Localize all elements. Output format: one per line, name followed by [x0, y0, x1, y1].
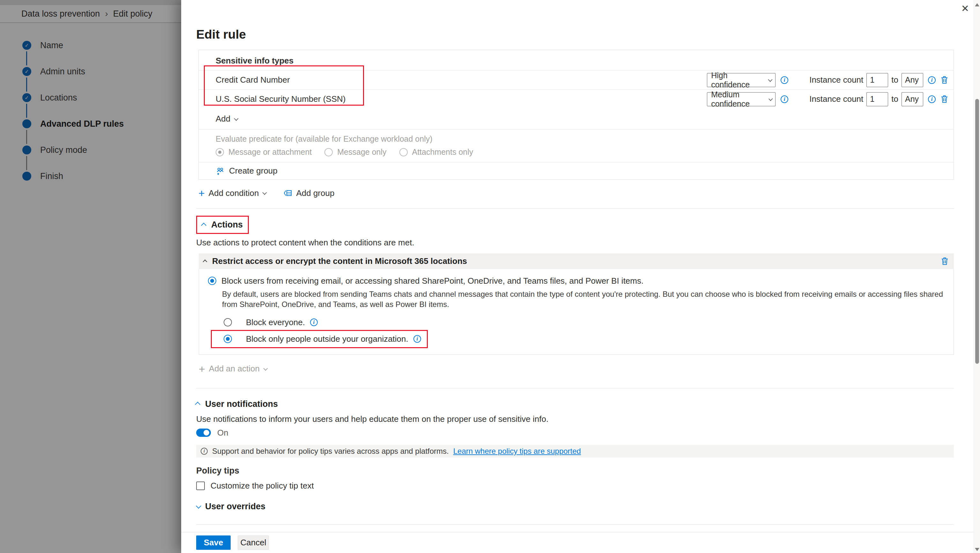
radio-message-only[interactable]: Message only: [325, 147, 386, 157]
radio-block-outside-org[interactable]: Block only people outside your organizat…: [212, 331, 421, 347]
restrict-access-title: Restrict access or encrypt the content i…: [212, 256, 467, 266]
restrict-access-card-header[interactable]: Restrict access or encrypt the content i…: [199, 253, 954, 269]
instance-max-input[interactable]: Any: [902, 92, 923, 106]
radio-block-everyone[interactable]: Block everyone.: [208, 315, 946, 330]
actions-intro-text: Use actions to protect content when the …: [196, 238, 954, 248]
annotation-box-block-outside: Block only people outside your organizat…: [211, 330, 428, 348]
restrict-access-card: Restrict access or encrypt the content i…: [199, 253, 954, 355]
chevron-down-icon: [196, 503, 201, 508]
chevron-up-icon: [201, 222, 207, 228]
edit-rule-content: Edit rule Sensitive info types Credit Ca…: [181, 0, 974, 532]
plus-icon: +: [199, 363, 205, 374]
policy-tips-learn-link[interactable]: Learn where policy tips are supported: [453, 447, 581, 456]
add-action-button[interactable]: + Add an action: [199, 362, 954, 375]
radio-attachments-only[interactable]: Attachments only: [399, 147, 473, 157]
notifications-toggle[interactable]: [196, 429, 211, 437]
instance-min-input[interactable]: 1: [866, 73, 888, 87]
instance-min-input[interactable]: 1: [866, 92, 888, 106]
scroll-up-arrow-icon[interactable]: [975, 3, 979, 6]
divider: [196, 208, 954, 209]
add-group-button[interactable]: Add group: [283, 188, 334, 198]
chevron-down-icon: [234, 116, 239, 121]
chevron-up-icon: [195, 402, 200, 407]
toggle-state-label: On: [217, 428, 228, 438]
table-row-credit-card: Credit Card Number High confidence Insta…: [199, 70, 953, 89]
radio-icon: [208, 277, 216, 285]
evaluate-predicate-section: Evaluate predicate for (available for Ex…: [199, 129, 953, 162]
save-button[interactable]: Save: [196, 535, 231, 550]
actions-section-toggle[interactable]: Actions: [196, 216, 249, 234]
policy-tips-header: Policy tips: [196, 466, 954, 476]
instance-max-input[interactable]: Any: [902, 73, 923, 87]
radio-icon: [224, 318, 232, 327]
edit-rule-panel: ✕ Edit rule Sensitive info types Credit …: [181, 0, 980, 553]
policy-tips-info-bar: Support and behavior for policy tips var…: [196, 445, 954, 457]
add-sensitive-type-button[interactable]: Add: [199, 108, 953, 129]
info-icon[interactable]: [414, 335, 421, 343]
user-overrides-toggle[interactable]: User overrides: [196, 502, 266, 512]
to-label: to: [891, 75, 898, 85]
radio-icon: [224, 335, 232, 343]
confidence-select[interactable]: High confidence: [707, 73, 775, 87]
checkbox-icon[interactable]: [196, 481, 205, 490]
chevron-down-icon: [263, 366, 268, 370]
delete-icon[interactable]: [941, 257, 949, 266]
add-condition-button[interactable]: + Add condition: [199, 188, 266, 199]
chevron-down-icon: [768, 77, 773, 82]
modal-overlay-scrim: [0, 0, 181, 553]
radio-icon: [325, 148, 333, 156]
conditions-group: Sensitive info types Credit Card Number …: [199, 50, 954, 180]
info-icon[interactable]: [310, 319, 318, 326]
create-group-icon: [216, 167, 224, 175]
radio-icon: [216, 148, 224, 156]
chevron-up-icon: [203, 260, 207, 264]
sensitive-type-name: Credit Card Number: [216, 75, 707, 85]
info-icon[interactable]: [781, 96, 788, 103]
radio-block-users[interactable]: Block users from receiving email, or acc…: [208, 276, 946, 286]
chevron-down-icon: [768, 96, 773, 100]
delete-icon[interactable]: [940, 95, 948, 104]
customize-policy-tip-checkbox-row[interactable]: Customize the policy tip text: [196, 481, 954, 491]
info-icon: [200, 448, 208, 455]
info-icon[interactable]: [781, 76, 788, 84]
to-label: to: [891, 94, 898, 104]
block-option-description: By default, users are blocked from sendi…: [222, 289, 946, 310]
radio-icon: [399, 148, 408, 156]
user-notifications-toggle[interactable]: User notifications: [196, 399, 278, 409]
create-group-button[interactable]: Create group: [199, 162, 953, 179]
sensitive-info-types-header: Sensitive info types: [199, 50, 953, 70]
cancel-button[interactable]: Cancel: [238, 535, 269, 550]
radio-message-or-attachment[interactable]: Message or attachment: [216, 147, 312, 157]
confidence-select[interactable]: Medium confidence: [707, 92, 775, 106]
chevron-down-icon: [262, 191, 267, 195]
modal-footer: Save Cancel: [181, 532, 974, 553]
scrollbar[interactable]: [974, 0, 980, 553]
info-icon[interactable]: [928, 96, 935, 103]
add-group-icon: [283, 189, 292, 197]
page-title: Edit rule: [196, 27, 954, 41]
evaluate-predicate-label: Evaluate predicate for (available for Ex…: [216, 134, 948, 143]
actions-header: Actions: [211, 220, 243, 230]
table-row-ssn: U.S. Social Security Number (SSN) Medium…: [199, 89, 953, 108]
background-page: Data loss prevention › Edit policy ✓ Nam…: [0, 0, 181, 553]
instance-count-label: Instance count: [809, 75, 863, 85]
scrollbar-thumb[interactable]: [975, 99, 979, 364]
sensitive-type-name: U.S. Social Security Number (SSN): [216, 94, 707, 104]
info-icon[interactable]: [928, 76, 935, 84]
user-notifications-description: Use notifications to inform your users a…: [196, 414, 954, 424]
plus-icon: +: [199, 188, 205, 199]
instance-count-label: Instance count: [809, 94, 863, 104]
scroll-down-arrow-icon[interactable]: [975, 548, 979, 551]
delete-icon[interactable]: [940, 76, 948, 84]
